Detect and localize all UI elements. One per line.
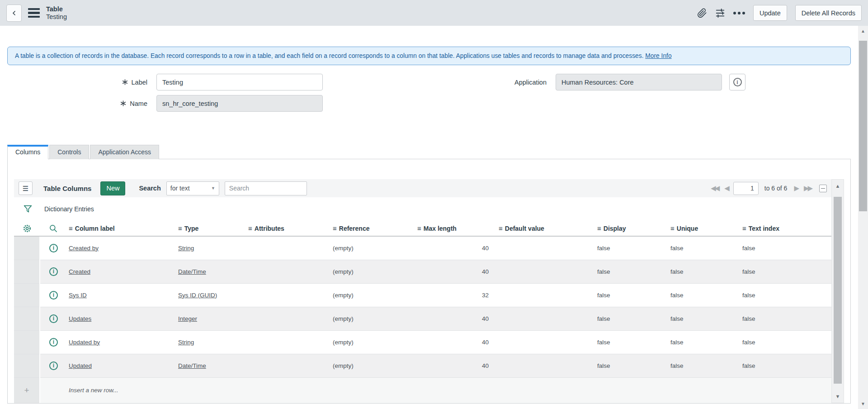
update-button[interactable]: Update: [753, 5, 787, 21]
page-scrollbar[interactable]: ▲ ▼: [858, 26, 868, 409]
insert-row-label[interactable]: Insert a new row...: [69, 387, 118, 394]
col-header-default-value[interactable]: ≡Default value: [497, 221, 595, 236]
scroll-down-icon[interactable]: ▼: [832, 394, 844, 399]
row-info-icon[interactable]: i: [49, 314, 58, 323]
list-scrollbar-thumb[interactable]: [834, 197, 842, 384]
type-link[interactable]: String: [178, 339, 194, 346]
page-scrollbar-thumb[interactable]: [859, 41, 867, 211]
row-info-icon[interactable]: i: [49, 291, 58, 300]
col-header-attributes[interactable]: ≡Attributes: [246, 221, 331, 236]
type-link[interactable]: Integer: [178, 315, 197, 322]
display-value: false: [597, 292, 610, 299]
display-value: false: [597, 315, 610, 322]
last-page-button[interactable]: ▶▶: [803, 184, 812, 192]
column-label-link[interactable]: Updated by: [69, 339, 100, 346]
previous-page-button[interactable]: ◀: [723, 184, 729, 192]
list-title: Table Columns: [43, 185, 91, 192]
application-input[interactable]: [556, 74, 722, 90]
column-label-link[interactable]: Sys ID: [69, 292, 87, 299]
column-label-link[interactable]: Created: [69, 268, 90, 275]
info-banner-text: A table is a collection of records in th…: [15, 52, 644, 59]
max-length-value: 32: [482, 292, 489, 299]
col-header-unique[interactable]: ≡Unique: [669, 221, 741, 236]
column-label-link[interactable]: Updated: [69, 362, 92, 369]
collapse-list-button[interactable]: [819, 185, 827, 192]
info-circle-icon: i: [733, 78, 742, 86]
list-context-menu-button[interactable]: ☰: [19, 181, 33, 195]
more-info-link[interactable]: More Info: [645, 52, 671, 59]
name-field-row: Name: [7, 95, 429, 112]
plus-icon[interactable]: +: [16, 385, 38, 395]
unique-value: false: [670, 315, 684, 322]
hamburger-menu-icon[interactable]: [28, 8, 40, 18]
attachment-button[interactable]: [697, 8, 707, 18]
table-row[interactable]: i Created Date/Time (empty) 40 false fal…: [14, 260, 831, 283]
application-info-button[interactable]: i: [729, 74, 745, 90]
search-input[interactable]: [225, 181, 307, 195]
col-header-display[interactable]: ≡Display: [595, 221, 669, 236]
col-header-text-index[interactable]: ≡Text index: [741, 221, 831, 236]
table-row[interactable]: i Updated by String (empty) 40 false fal…: [14, 330, 831, 354]
funnel-icon[interactable]: [23, 204, 33, 214]
label-input[interactable]: [156, 74, 323, 90]
more-options-icon: [733, 12, 745, 14]
text-index-value: false: [742, 315, 755, 322]
back-button[interactable]: [6, 5, 22, 22]
table-row[interactable]: i Updates Integer (empty) 40 false false…: [14, 307, 831, 330]
personalize-button[interactable]: [715, 8, 725, 18]
scroll-up-icon[interactable]: ▲: [832, 183, 844, 189]
chevron-left-icon: [10, 10, 18, 17]
unique-value: false: [670, 268, 684, 275]
display-value: false: [597, 245, 610, 252]
page-subtitle: Testing: [46, 13, 67, 21]
column-search-button[interactable]: [49, 224, 58, 233]
max-length-value: 40: [482, 315, 489, 322]
new-button[interactable]: New: [100, 181, 125, 195]
type-link[interactable]: Date/Time: [178, 268, 206, 275]
row-info-icon[interactable]: i: [49, 244, 58, 252]
column-label-link[interactable]: Updates: [69, 315, 91, 322]
columns-tab-panel: ☰ Table Columns New Search for text ▼ ◀◀…: [7, 159, 851, 404]
tab-columns[interactable]: Columns: [7, 145, 48, 159]
list-header-row: ≡Column label ≡Type ≡Attributes ≡Referen…: [14, 221, 831, 236]
type-link[interactable]: String: [178, 245, 194, 252]
col-header-type[interactable]: ≡Type: [176, 221, 246, 236]
row-info-icon[interactable]: i: [49, 338, 58, 347]
form-tabs: Columns Controls Application Access: [7, 143, 851, 159]
column-label-link[interactable]: Created by: [69, 245, 99, 252]
list-settings-button[interactable]: [23, 224, 32, 233]
list-scrollbar[interactable]: ▲ ▼: [831, 179, 844, 403]
label-field-label: Label: [7, 79, 156, 86]
table-row[interactable]: i Sys ID Sys ID (GUID) (empty) 32 false …: [14, 283, 831, 307]
col-header-reference[interactable]: ≡Reference: [331, 221, 415, 236]
col-header-max-length[interactable]: ≡Max length: [415, 221, 497, 236]
delete-all-records-button[interactable]: Delete All Records: [795, 5, 862, 21]
tab-application-access[interactable]: Application Access: [90, 145, 159, 159]
type-link[interactable]: Date/Time: [178, 362, 206, 369]
more-options-button[interactable]: [733, 12, 745, 14]
scroll-down-icon[interactable]: ▼: [858, 401, 868, 406]
type-link[interactable]: Sys ID (GUID): [178, 292, 217, 299]
text-index-value: false: [742, 339, 755, 346]
page-number-input[interactable]: [733, 182, 759, 195]
insert-new-row[interactable]: + Insert a new row...: [14, 377, 831, 403]
row-info-icon[interactable]: i: [49, 361, 58, 370]
table-row[interactable]: i Created by String (empty) 40 false fal…: [14, 236, 831, 260]
reference-value: (empty): [333, 245, 354, 252]
max-length-value: 40: [482, 245, 489, 252]
next-page-button[interactable]: ▶: [793, 184, 799, 192]
col-header-column-label[interactable]: ≡Column label: [67, 221, 176, 236]
table-row[interactable]: i Updated Date/Time (empty) 40 false fal…: [14, 354, 831, 377]
search-type-select[interactable]: for text ▼: [166, 181, 219, 195]
list-filter-row: Dictionary Entries: [14, 197, 831, 221]
first-page-button[interactable]: ◀◀: [710, 184, 719, 192]
reference-value: (empty): [333, 292, 354, 299]
pagination: ◀◀ ◀ to 6 of 6 ▶ ▶▶: [710, 182, 827, 195]
search-icon: [49, 224, 58, 233]
name-input[interactable]: [156, 95, 323, 112]
row-info-icon[interactable]: i: [49, 267, 58, 276]
application-field-row: Application i: [429, 74, 851, 90]
tab-controls[interactable]: Controls: [49, 145, 89, 159]
column-menu-icon: ≡: [417, 224, 421, 232]
scroll-up-icon[interactable]: ▲: [858, 29, 868, 33]
